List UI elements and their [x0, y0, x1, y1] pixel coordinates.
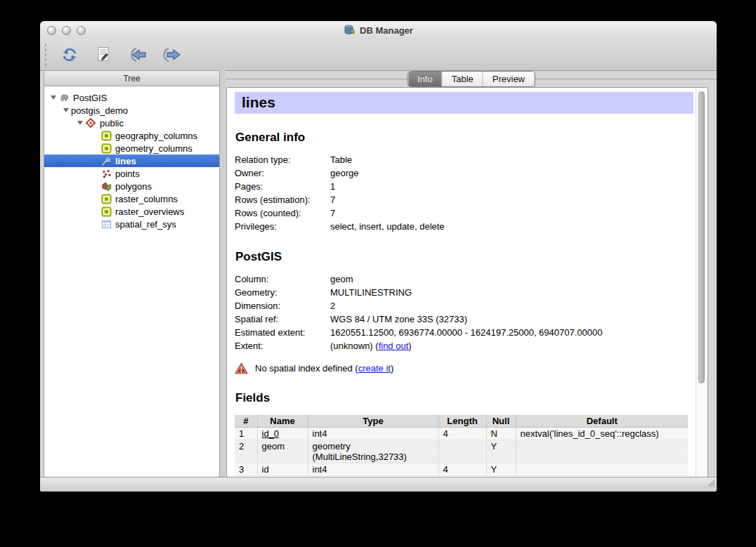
expander-icon[interactable] — [48, 95, 58, 100]
info-content: lines General info Relation type: Table … — [227, 88, 696, 477]
info-row: Rows (counted): 7 — [235, 206, 696, 220]
field-type: int4 — [308, 428, 438, 440]
general-info-heading: General info — [235, 131, 696, 145]
tree-item-points[interactable]: points — [44, 167, 219, 180]
tab-table[interactable]: Table — [443, 72, 483, 86]
db-manager-app-icon — [344, 25, 356, 36]
resize-grip-icon[interactable] — [706, 477, 715, 490]
tree-item-postgis-demo[interactable]: postgis_demo — [44, 104, 219, 117]
export-to-file-button[interactable] — [159, 44, 183, 66]
info-label: Relation type: — [235, 153, 330, 166]
tree-item-label: points — [115, 169, 140, 179]
warning-text: No spatial index defined (create it) — [255, 363, 393, 374]
import-layer-button[interactable] — [125, 44, 149, 66]
metadata-table-icon — [100, 206, 112, 217]
sql-window-icon — [96, 46, 111, 63]
info-label: Privileges: — [235, 220, 330, 233]
tree-item-geometry-columns[interactable]: geometry_columns — [44, 142, 219, 154]
tree-item-spatial-ref-sys[interactable]: spatial_ref_sys — [44, 218, 219, 230]
tree-item-geography-columns[interactable]: geography_columns — [44, 129, 219, 142]
field-null: Y — [486, 463, 516, 476]
field-default: nextval('lines_id_0_seq'::regclass) — [516, 428, 688, 440]
sql-window-button[interactable] — [91, 44, 115, 66]
info-value: Table — [330, 153, 696, 166]
info-value: 1 — [330, 180, 696, 193]
info-label: Column: — [235, 272, 330, 286]
field-num: 3 — [235, 463, 257, 476]
create-it-link[interactable]: create it — [358, 363, 391, 374]
tab-segmented-control: Info Table Preview — [408, 71, 535, 87]
info-pane: lines General info Relation type: Table … — [226, 87, 708, 477]
info-value: 1620551.12500, 6936774.00000 - 1624197.2… — [330, 326, 696, 339]
field-length: 4 — [438, 428, 486, 440]
vertical-scrollbar[interactable] — [696, 88, 708, 477]
info-label: Spatial ref: — [235, 312, 330, 326]
col-header-name: Name — [257, 415, 308, 428]
expander-icon[interactable] — [61, 108, 71, 112]
info-label: Owner: — [235, 166, 330, 180]
plain-table-icon — [100, 218, 112, 230]
fields-table: # Name Type Length Null Default 1 id_0 i — [235, 415, 688, 476]
fields-heading: Fields — [235, 391, 696, 405]
tree-item-label: polygons — [115, 181, 152, 192]
tree-item-label: geometry_columns — [115, 143, 193, 154]
info-row: Column: geom — [235, 272, 696, 286]
spatial-index-warning: No spatial index defined (create it) — [235, 362, 696, 374]
window-title-area: DB Manager — [40, 21, 717, 39]
field-default — [516, 463, 688, 476]
tree-item-raster-overviews[interactable]: raster_overviews — [44, 205, 219, 218]
extent-prefix: (unknown) ( — [330, 341, 379, 351]
field-row: 3 id int4 4 Y — [235, 463, 688, 476]
tab-info[interactable]: Info — [408, 72, 443, 86]
warning-icon — [235, 362, 248, 374]
info-row: Pages: 1 — [235, 180, 696, 193]
find-out-link[interactable]: find out — [379, 341, 409, 351]
field-row: 1 id_0 int4 4 N nextval('lines_id_0_seq'… — [235, 428, 688, 440]
postgis-elephant-icon — [58, 92, 70, 103]
tree-item-lines[interactable]: lines — [44, 154, 219, 167]
field-name: id_0 — [257, 428, 308, 440]
field-length — [438, 440, 486, 463]
table-title-banner: lines — [235, 92, 693, 114]
tree-item-postgis[interactable]: PostGIS — [44, 91, 219, 104]
field-type: int4 — [308, 463, 438, 476]
field-num: 1 — [235, 428, 257, 440]
schema-icon — [85, 117, 96, 128]
info-row: Rows (estimation): 7 — [235, 193, 696, 206]
expander-icon[interactable] — [75, 121, 85, 125]
polygon-layer-icon — [100, 180, 112, 192]
refresh-button[interactable] — [58, 44, 82, 66]
field-num: 2 — [235, 440, 257, 463]
tree-item-label: public — [100, 118, 124, 128]
field-length: 4 — [438, 463, 486, 476]
info-row: Dimension: 2 — [235, 299, 696, 312]
col-header-default: Default — [516, 415, 688, 428]
col-header-null: Null — [486, 415, 516, 428]
scrollbar-thumb[interactable] — [698, 91, 705, 383]
metadata-table-icon — [100, 143, 112, 154]
info-label: Rows (estimation): — [235, 193, 330, 206]
tree-panel-header: Tree — [44, 71, 219, 86]
info-value: 2 — [330, 299, 696, 312]
col-header-type: Type — [308, 415, 438, 428]
tree-item-label: spatial_ref_sys — [115, 219, 176, 230]
info-row: Privileges: select, insert, update, dele… — [235, 220, 696, 233]
col-header-num: # — [235, 415, 257, 428]
metadata-table-icon — [100, 130, 112, 141]
tree-item-public[interactable]: public — [44, 117, 219, 129]
tab-preview[interactable]: Preview — [483, 72, 534, 86]
tree-item-polygons[interactable]: polygons — [44, 180, 219, 192]
info-label: Pages: — [235, 180, 330, 193]
postgis-rows: Column: geom Geometry: MULTILINESTRING D… — [235, 272, 696, 352]
toolbar-drag-handle[interactable] — [44, 43, 48, 67]
info-row: Owner: george — [235, 166, 696, 180]
info-row: Estimated extent: 1620551.12500, 6936774… — [235, 326, 696, 339]
panel-splitter[interactable] — [220, 70, 226, 477]
field-type: geometry (MultiLineString,32733) — [308, 440, 438, 463]
line-layer-icon — [100, 155, 112, 166]
info-value: 7 — [330, 206, 696, 220]
title-bar[interactable]: DB Manager — [40, 21, 717, 39]
postgis-heading: PostGIS — [235, 250, 696, 264]
info-value: WGS 84 / UTM zone 33S (32733) — [330, 312, 696, 326]
tree-item-raster-columns[interactable]: raster_columns — [44, 192, 219, 205]
